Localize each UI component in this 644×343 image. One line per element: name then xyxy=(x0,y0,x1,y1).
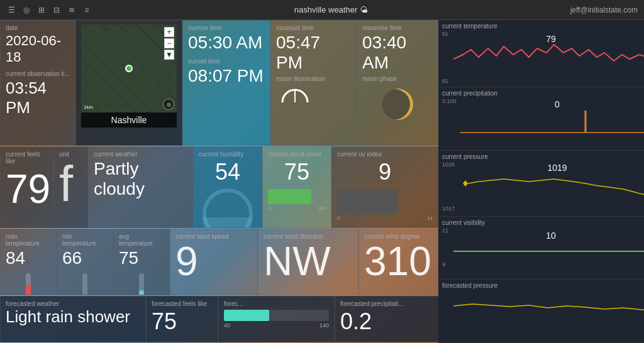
compass-icon: ◎ xyxy=(167,102,171,107)
temp-y-max: 91 xyxy=(442,31,448,37)
feels-tile: current feels like 79 xyxy=(0,146,53,228)
avg-temp-label: avg temperature xyxy=(119,233,164,247)
temp-chart-container: 91 61 79 xyxy=(442,31,640,84)
min-temp-label: min temperature xyxy=(62,233,108,247)
cloud-bar xyxy=(268,189,311,204)
fc-pressure-chart-svg xyxy=(453,290,644,322)
grid2-icon[interactable]: ⊞ xyxy=(36,5,47,15)
precip-chart-container: 0.100 0 xyxy=(442,98,640,143)
cloud-label: current cloud cover xyxy=(268,151,326,158)
fc-pressure-chart-tile: forecasted pressure xyxy=(438,280,644,343)
wind-degree-value: 310 xyxy=(364,241,433,281)
svg-text:10: 10 xyxy=(546,231,556,241)
top-bar-left: ☰ ◎ ⊞ ⊟ ≋ ≡ xyxy=(6,5,92,15)
right-panel: current temperature 91 61 79 current pre… xyxy=(438,20,644,343)
moonset-label: moonset time xyxy=(276,24,351,31)
wind-dir-tile: current wind direction NW xyxy=(258,229,358,295)
unit-tile: unit f xyxy=(53,146,88,228)
svg-marker-6 xyxy=(463,180,468,187)
map-controls[interactable]: + − ▼ xyxy=(164,27,174,60)
obs-value: 03:54 PM xyxy=(6,79,70,117)
uv-tile: current uv index 9 014 xyxy=(331,146,438,228)
visibility-y-max: 11 xyxy=(442,227,448,234)
moonrise-tile: moonrise time 03:40 AM moon phase xyxy=(357,20,438,146)
pressure-chart-tile: current pressure 1026 1017 1019 xyxy=(438,151,644,217)
precip-chart-tile: current precipitation 0.100 0 xyxy=(438,87,644,151)
precip-chart-svg: 0 xyxy=(460,98,644,136)
visibility-chart-svg: 10 xyxy=(453,227,644,265)
sunset-value: 08:07 PM xyxy=(188,66,265,86)
fc-precip-label: forecasted precipitati... xyxy=(340,300,436,307)
temp-chart-label: current temperature xyxy=(442,23,640,30)
map-container[interactable]: + − ▼ 1km ◎ xyxy=(81,24,177,112)
fc-precip-tile: forecasted precipitati... 0.2 xyxy=(335,296,438,342)
moon-illum-svg xyxy=(276,84,351,109)
fc-bar-container xyxy=(224,310,329,321)
sunrise-value: 05:30 AM xyxy=(188,33,265,53)
moon-phase-label: moon phase xyxy=(362,75,433,82)
humidity-label: current humidity xyxy=(199,151,257,158)
zoom-in-button[interactable]: + xyxy=(164,27,174,37)
moonset-tile: moonset time 05:47 PM moon illumination xyxy=(270,20,357,146)
map-nav-button[interactable]: ▼ xyxy=(164,50,174,60)
cloud-scale: 0100 xyxy=(268,205,326,211)
wind-speed-value: 9 xyxy=(175,241,252,281)
visibility-chart-label: current visibility xyxy=(442,219,640,226)
moon-phase-icon xyxy=(382,89,413,120)
cloud-value: 75 xyxy=(268,159,326,185)
fc-bar-min: 40 xyxy=(224,322,230,329)
min-temp-thermometer xyxy=(62,273,108,295)
therm-bar-min xyxy=(82,273,87,295)
pressure-chart-label: current pressure xyxy=(442,153,640,160)
humidity-value: 54 xyxy=(199,159,257,185)
row-3-combined: max temperature 84 min temperature 66 xyxy=(0,229,438,295)
sunrise-label: sunrise time xyxy=(188,24,265,31)
uv-bar xyxy=(337,189,398,214)
left-grid: date 2020-06-18 current observation ti..… xyxy=(0,20,438,343)
svg-text:1019: 1019 xyxy=(547,163,567,173)
fc-precip-value: 0.2 xyxy=(340,308,436,335)
map-compass: ◎ xyxy=(163,99,174,110)
zoom-out-button[interactable]: − xyxy=(164,38,174,48)
visibility-y-min: 9 xyxy=(442,261,445,268)
fc-bar-labels: 40 140 xyxy=(224,322,329,329)
max-temp-label: max temperature xyxy=(6,233,51,247)
max-temp-thermometer xyxy=(6,273,51,295)
wind-speed-tile: current wind speed 9 xyxy=(170,229,258,295)
moonrise-value: 03:40 AM xyxy=(362,33,433,73)
min-temp-value: 66 xyxy=(62,248,108,268)
temp-y-min: 61 xyxy=(442,78,448,84)
date-tile: date 2020-06-18 current observation ti..… xyxy=(0,20,75,146)
fc-weather-value: Light rain shower xyxy=(6,308,140,325)
moonrise-label: moonrise time xyxy=(362,24,433,31)
date-value: 2020-06-18 xyxy=(6,33,70,65)
uv-label: current uv index xyxy=(337,151,433,158)
grid3-icon[interactable]: ⊟ xyxy=(52,5,62,15)
moonset-value: 05:47 PM xyxy=(276,33,351,73)
sunset-label: sunset time xyxy=(188,58,265,65)
max-temp-tile: max temperature 84 xyxy=(0,229,57,295)
temp-chart-tile: current temperature 91 61 79 xyxy=(438,20,644,87)
weather-label: current weather xyxy=(94,151,187,158)
therm-fill-max xyxy=(26,285,31,295)
location-label: Nashville xyxy=(81,112,177,128)
chart-icon[interactable]: ≋ xyxy=(67,5,77,15)
list-icon[interactable]: ≡ xyxy=(82,5,92,15)
uv-value: 9 xyxy=(337,159,433,185)
left-panel: date 2020-06-18 current observation ti..… xyxy=(0,20,438,343)
pressure-chart-container: 1026 1017 1019 xyxy=(442,161,640,217)
fc-bar-max: 140 xyxy=(319,322,329,329)
min-temp-tile: min temperature 66 xyxy=(57,229,113,295)
fc-feels-label: forecasted feels like xyxy=(152,300,213,307)
menu-icon[interactable]: ☰ xyxy=(6,5,16,15)
fc-pressure-chart-label: forecasted pressure xyxy=(442,282,640,289)
precip-chart-label: current precipitation xyxy=(442,90,640,97)
wind-dir-value: NW xyxy=(264,241,353,281)
therm-bar-avg xyxy=(139,273,144,295)
fc-feels-value: 75 xyxy=(152,308,213,335)
cloud-tile: current cloud cover 75 0100 xyxy=(262,146,331,228)
humidity-circle xyxy=(203,188,253,228)
pressure-chart-svg: 1019 xyxy=(460,161,644,207)
humidity-fill xyxy=(203,217,253,228)
feels-label: current feels like xyxy=(6,151,48,165)
